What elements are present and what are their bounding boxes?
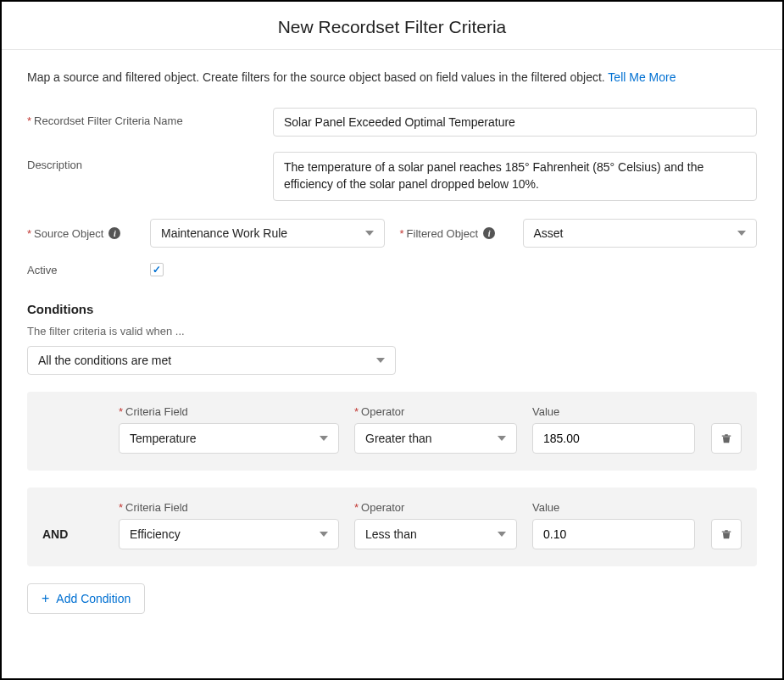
chevron-down-icon bbox=[498, 532, 506, 537]
dialog-header: New Recordset Filter Criteria bbox=[2, 2, 782, 50]
operator-select[interactable]: Less than bbox=[354, 519, 517, 549]
condition-logic: AND bbox=[42, 527, 68, 541]
intro-text-body: Map a source and filtered object. Create… bbox=[27, 70, 608, 84]
chevron-down-icon bbox=[320, 532, 328, 537]
required-asterisk: * bbox=[27, 114, 31, 127]
row-name: *Recordset Filter Criteria Name bbox=[27, 108, 757, 137]
plus-icon: + bbox=[42, 591, 49, 606]
operator-label: *Operator bbox=[354, 501, 517, 514]
required-asterisk: * bbox=[119, 501, 123, 514]
trash-icon bbox=[720, 432, 732, 444]
row-description: Description bbox=[27, 152, 757, 203]
operator-label: *Operator bbox=[354, 405, 517, 418]
required-asterisk: * bbox=[27, 227, 31, 240]
value-label: Value bbox=[532, 501, 695, 514]
filtered-object-label: *Filtered Object i bbox=[400, 227, 523, 240]
intro-text: Map a source and filtered object. Create… bbox=[27, 70, 757, 84]
conditions-title: Conditions bbox=[27, 302, 757, 316]
source-object-label: *Source Object i bbox=[27, 227, 150, 240]
trash-icon bbox=[720, 528, 732, 540]
filtered-object-group: *Filtered Object i Asset bbox=[400, 219, 758, 248]
condition-logic-cell: AND bbox=[42, 519, 103, 549]
row-active: Active ✓ bbox=[27, 263, 757, 276]
chevron-down-icon bbox=[498, 436, 506, 441]
delete-condition-button[interactable] bbox=[711, 519, 742, 549]
condition-row: AND *Criteria Field Efficiency *Operator… bbox=[27, 488, 757, 566]
chevron-down-icon bbox=[320, 436, 328, 441]
row-objects: *Source Object i Maintenance Work Rule *… bbox=[27, 219, 757, 248]
add-condition-button[interactable]: + Add Condition bbox=[27, 583, 145, 614]
info-icon[interactable]: i bbox=[483, 227, 495, 239]
criteria-field-select[interactable]: Efficiency bbox=[119, 519, 339, 549]
info-icon[interactable]: i bbox=[108, 227, 120, 239]
conditions-match-value: All the conditions are met bbox=[38, 354, 171, 367]
source-object-value: Maintenance Work Rule bbox=[161, 226, 287, 240]
criteria-field-label: *Criteria Field bbox=[119, 501, 339, 514]
value-input[interactable] bbox=[532, 519, 695, 549]
required-asterisk: * bbox=[354, 501, 359, 514]
criteria-field-label: *Criteria Field bbox=[119, 405, 339, 418]
dialog-window: New Recordset Filter Criteria Map a sour… bbox=[0, 0, 784, 680]
condition-logic-cell bbox=[42, 423, 103, 454]
operator-select[interactable]: Greater than bbox=[354, 423, 517, 454]
description-input[interactable] bbox=[273, 152, 757, 201]
source-object-select[interactable]: Maintenance Work Rule bbox=[150, 219, 385, 248]
name-input[interactable] bbox=[273, 108, 757, 137]
criteria-field-select[interactable]: Temperature bbox=[119, 423, 339, 454]
dialog-content: Map a source and filtered object. Create… bbox=[2, 50, 782, 614]
chevron-down-icon bbox=[737, 231, 746, 236]
source-object-group: *Source Object i Maintenance Work Rule bbox=[27, 219, 385, 248]
add-condition-label: Add Condition bbox=[56, 592, 131, 605]
active-checkbox[interactable]: ✓ bbox=[150, 263, 164, 276]
conditions-match-select[interactable]: All the conditions are met bbox=[27, 346, 396, 375]
checkmark-icon: ✓ bbox=[153, 264, 161, 276]
filtered-object-value: Asset bbox=[534, 226, 564, 240]
value-input[interactable] bbox=[532, 423, 695, 454]
tell-me-more-link[interactable]: Tell Me More bbox=[608, 70, 676, 84]
chevron-down-icon bbox=[376, 358, 385, 363]
name-label: *Recordset Filter Criteria Name bbox=[27, 108, 273, 127]
condition-row: *Criteria Field Temperature *Operator Gr… bbox=[27, 392, 757, 471]
active-label: Active bbox=[27, 264, 150, 276]
required-asterisk: * bbox=[119, 405, 123, 418]
chevron-down-icon bbox=[365, 231, 374, 236]
required-asterisk: * bbox=[354, 405, 359, 418]
value-label: Value bbox=[532, 405, 695, 418]
delete-condition-button[interactable] bbox=[711, 423, 742, 454]
dialog-title: New Recordset Filter Criteria bbox=[2, 17, 782, 37]
description-label: Description bbox=[27, 152, 273, 171]
required-asterisk: * bbox=[400, 227, 404, 240]
conditions-subtitle: The filter criteria is valid when ... bbox=[27, 325, 757, 337]
filtered-object-select[interactable]: Asset bbox=[523, 219, 758, 248]
